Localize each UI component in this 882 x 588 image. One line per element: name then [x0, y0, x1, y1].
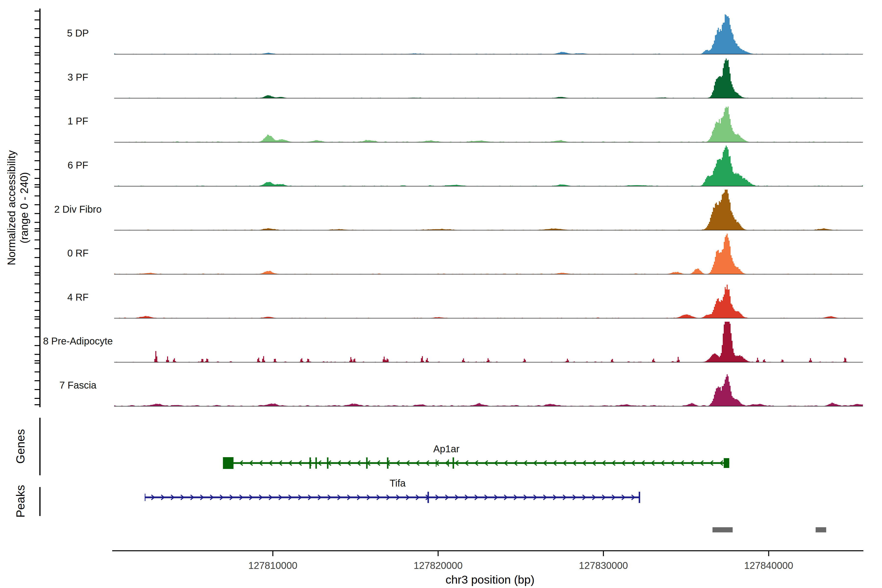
coverage-area [114, 146, 863, 186]
x-axis-tick-label: 127810000 [248, 560, 297, 571]
track-label: 3 PF [68, 72, 88, 82]
coverage-track-8-pre-adipocyte: 8 Pre-Adipocyte [43, 322, 863, 362]
track-label: 6 PF [68, 160, 88, 171]
track-label: 7 Fascia [59, 380, 96, 390]
coverage-track-7-fascia: 7 Fascia [59, 374, 863, 406]
x-axis-tick-label: 127820000 [414, 560, 462, 571]
gene-model-ap1ar: Ap1ar [223, 444, 729, 469]
gene-model-tifa: Tifa [145, 478, 640, 503]
track-y-axis-bracket [34, 9, 40, 407]
x-axis-tick-label: 127830000 [579, 560, 628, 571]
peak-interval-box [712, 527, 732, 532]
track-label: 1 PF [68, 116, 88, 126]
coverage-track-0-rf: 0 RF [68, 234, 863, 274]
coverage-track-1-pf: 1 PF [68, 106, 863, 142]
genome-browser-figure: 5 DP3 PF1 PF6 PF2 Div Fibro0 RF4 RF8 Pre… [0, 0, 882, 588]
peaks-section-label: Peaks [14, 485, 27, 518]
coverage-track-4-rf: 4 RF [68, 285, 863, 318]
coverage-track-3-pf: 3 PF [68, 58, 863, 98]
x-axis-tick-label: 127840000 [744, 560, 793, 571]
x-axis: 127810000127820000127830000127840000 [112, 551, 863, 571]
y-axis-label-line2: (range 0 - 240) [18, 172, 30, 243]
coverage-area [114, 15, 863, 54]
gene-name-label: Tifa [390, 478, 406, 489]
coverage-area [114, 58, 863, 98]
track-label: 2 Div Fibro [54, 204, 101, 214]
plot-svg: 5 DP3 PF1 PF6 PF2 Div Fibro0 RF4 RF8 Pre… [0, 0, 882, 588]
coverage-area [114, 285, 863, 318]
track-label: 0 RF [68, 248, 89, 258]
coverage-track-5-dp: 5 DP [67, 15, 863, 54]
gene-exon-box [724, 458, 729, 468]
peaks-track [712, 527, 826, 532]
coverage-area [114, 374, 863, 406]
gene-exon-box [223, 457, 234, 469]
coverage-track-6-pf: 6 PF [68, 146, 863, 186]
y-axis-label-line1: Normalized accessibility [5, 150, 17, 265]
coverage-area [114, 234, 863, 274]
gene-name-label: Ap1ar [434, 444, 460, 454]
track-label: 4 RF [68, 292, 89, 303]
x-axis-title: chr3 position (bp) [446, 573, 534, 586]
coverage-area [114, 106, 863, 142]
coverage-area [114, 190, 863, 230]
coverage-track-2-div-fibro: 2 Div Fibro [54, 190, 863, 230]
track-label: 5 DP [67, 28, 89, 39]
track-label: 8 Pre-Adipocyte [43, 336, 113, 346]
coverage-area [114, 322, 863, 362]
peak-interval-box [816, 527, 826, 532]
genes-section-label: Genes [14, 429, 27, 464]
